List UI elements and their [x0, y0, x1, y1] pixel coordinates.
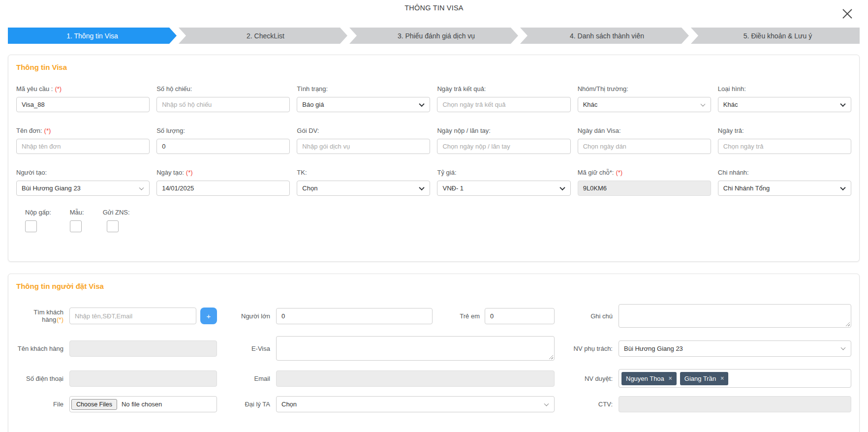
step-label: 3. Phiếu đánh giá dịch vụ — [393, 32, 475, 40]
ngay-tra-ket-qua-input[interactable] — [437, 97, 570, 112]
so-ho-chieu-input[interactable] — [156, 97, 290, 112]
file-label: File — [16, 401, 63, 408]
ngay-tra-input[interactable] — [718, 139, 851, 154]
checkbox-nop-gap: Nộp gấp: — [25, 209, 51, 232]
field-nhom-thi-truong: Nhóm/Thị trường: Khác — [578, 85, 711, 112]
page-title: THÔNG TIN VISA — [0, 0, 868, 12]
field-label: Ngày trả kết quả: — [437, 85, 486, 93]
step-label: 4. Danh sách thành viên — [565, 32, 644, 40]
add-customer-button[interactable]: + — [200, 308, 217, 324]
approver-tag[interactable]: Nguyen Thoa× — [621, 372, 677, 385]
field-label: Ngày tạo: — [156, 169, 184, 176]
tag-label: Giang Trần — [684, 375, 716, 382]
field-goi-dv: Gói DV: — [297, 127, 430, 154]
ngay-tao-input[interactable] — [156, 181, 290, 196]
approver-tag[interactable]: Giang Trần× — [680, 372, 728, 385]
step-danh-sach-thanh-vien[interactable]: 4. Danh sách thành viên — [520, 28, 689, 44]
required-mark: (*) — [55, 85, 62, 93]
ngay-dan-visa-input[interactable] — [578, 139, 711, 154]
choose-files-button[interactable]: Choose Files — [71, 399, 117, 410]
field-label: Số hộ chiếu: — [156, 85, 192, 93]
select-value: Khác — [723, 101, 738, 108]
required-mark: (*) — [57, 316, 63, 323]
nguoi-lon-label: Người lớn — [223, 312, 270, 320]
pax-wrap: Trẻ em — [276, 308, 555, 324]
chevron-down-icon — [700, 101, 705, 106]
chevron-down-icon — [841, 345, 846, 350]
nguoi-tao-select[interactable]: Bùi Hương Giang 23 — [16, 181, 150, 196]
tk-select[interactable]: Chọn — [297, 181, 430, 196]
field-label: Mã giữ chỗ*: — [578, 169, 614, 176]
select-value: Chọn — [302, 185, 317, 192]
field-label: Mã yêu cầu : — [16, 85, 53, 93]
search-customer-wrap: + — [69, 308, 217, 324]
so-luong-input[interactable] — [156, 139, 290, 154]
required-mark: (*) — [44, 127, 51, 134]
field-label: Tỷ giá: — [437, 169, 456, 176]
step-phieu-danh-gia[interactable]: 3. Phiếu đánh giá dịch vụ — [349, 28, 518, 44]
search-customer-input[interactable] — [69, 308, 196, 324]
nhom-thi-truong-select[interactable]: Khác — [578, 97, 711, 112]
field-so-luong: Số lượng: — [156, 127, 290, 154]
goi-dv-input[interactable] — [297, 139, 430, 154]
step-dieu-khoan[interactable]: 5. Điều khoản & Lưu ý — [691, 28, 860, 44]
field-tk: TK: Chọn — [297, 169, 430, 196]
field-label: Nhóm/Thị trường: — [578, 85, 628, 93]
field-ten-don: Tên đơn:(*) — [16, 127, 150, 154]
ten-khach-hang-label: Tên khách hàng — [16, 345, 63, 352]
step-checklist[interactable]: 2. CheckList — [179, 28, 347, 44]
file-status: No file chosen — [122, 401, 162, 408]
evisa-textarea[interactable] — [276, 336, 555, 361]
select-value: Khác — [583, 101, 598, 108]
ctv-input[interactable] — [619, 396, 851, 412]
field-ngay-nop: Ngày nộp / lăn tay: — [437, 127, 570, 154]
so-dien-thoai-label: Số điện thoại — [16, 375, 63, 382]
tre-em-input[interactable] — [485, 308, 555, 324]
ten-don-input[interactable] — [16, 139, 150, 154]
loai-hinh-select[interactable]: Khác — [718, 97, 851, 112]
field-loai-hinh: Loại hình: Khác — [718, 85, 851, 112]
visa-info-title: Thông tin Visa — [16, 63, 851, 71]
step-label: 2. CheckList — [242, 32, 284, 40]
field-label: Ngày dán Visa: — [578, 127, 621, 134]
select-value: Bùi Hương Giang 23 — [22, 185, 81, 192]
field-label: Ngày nộp / lăn tay: — [437, 127, 490, 134]
tre-em-label: Trẻ em — [460, 312, 480, 320]
field-ty-gia: Tỷ giá: VNĐ- 1 — [437, 169, 570, 196]
ty-gia-select[interactable]: VNĐ- 1 — [437, 181, 570, 196]
so-dien-thoai-input[interactable] — [69, 370, 217, 387]
nv-phu-trach-label: NV phụ trách: — [560, 345, 613, 352]
mau-checkbox[interactable] — [70, 220, 82, 232]
ma-giu-cho-input[interactable] — [578, 181, 711, 196]
nv-phu-trach-select[interactable]: Bùi Hương Giang 23 — [619, 340, 851, 357]
gui-zns-checkbox[interactable] — [107, 220, 119, 232]
nv-duyet-tagbox[interactable]: Nguyen Thoa× Giang Trần× — [619, 369, 851, 388]
email-input[interactable] — [276, 370, 555, 387]
tinh-trang-select[interactable]: Báo giá — [297, 97, 430, 112]
tag-remove-icon[interactable]: × — [720, 375, 724, 382]
select-value: VNĐ- 1 — [442, 185, 464, 192]
file-input[interactable]: Choose Files No file chosen — [69, 396, 217, 412]
nguoi-lon-input[interactable] — [276, 308, 433, 324]
chevron-down-icon — [139, 185, 144, 190]
field-label: Tình trạng: — [297, 85, 328, 93]
field-ngay-tra: Ngày trả: — [718, 127, 851, 154]
dai-ly-ta-select[interactable]: Chọn — [276, 396, 555, 412]
customer-info-grid: Tìm khách hàng(*) + Người lớn Trẻ em Ghi… — [16, 304, 851, 412]
required-mark: (*) — [186, 169, 193, 176]
chi-nhanh-select[interactable]: Chi Nhánh Tổng — [718, 181, 851, 196]
ten-khach-hang-input[interactable] — [69, 340, 217, 357]
nop-gap-checkbox[interactable] — [25, 220, 37, 232]
ctv-label: CTV: — [560, 401, 613, 408]
checkbox-label: Gửi ZNS: — [103, 209, 130, 216]
tag-remove-icon[interactable]: × — [669, 375, 672, 382]
ma-yeu-cau-input[interactable] — [16, 97, 150, 112]
ngay-nop-input[interactable] — [437, 139, 570, 154]
select-value: Chi Nhánh Tổng — [723, 185, 770, 192]
close-button[interactable] — [839, 6, 855, 22]
ghi-chu-textarea[interactable] — [619, 304, 851, 328]
chevron-down-icon — [544, 401, 549, 406]
step-label: 5. Điều khoản & Lưu ý — [739, 32, 812, 40]
step-thong-tin-visa[interactable]: 1. Thông tin Visa — [8, 28, 177, 44]
select-value: Chọn — [281, 401, 297, 408]
